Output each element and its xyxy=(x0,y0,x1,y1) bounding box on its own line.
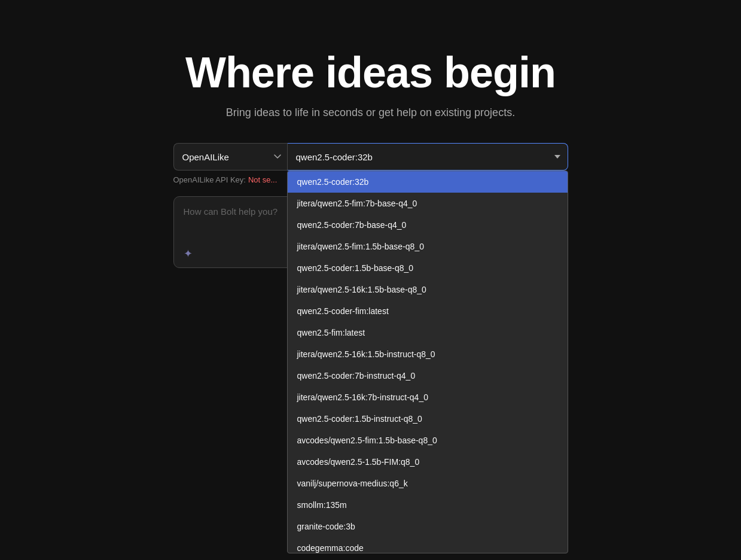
dropdown-item[interactable]: qwen2.5-coder:32b xyxy=(288,171,568,193)
hero-section: Where ideas begin Bring ideas to life in… xyxy=(0,0,741,322)
sparkle-icon[interactable]: ✦ xyxy=(184,247,193,260)
api-key-label: OpenAILike API Key: xyxy=(173,175,246,184)
model-dropdown: qwen2.5-coder:32bjitera/qwen2.5-fim:7b-b… xyxy=(287,171,568,553)
page-title: Where ideas begin xyxy=(185,48,556,97)
dropdown-item[interactable]: avcodes/qwen2.5-fim:1.5b-base-q8_0 xyxy=(288,430,568,451)
dropdown-item[interactable]: qwen2.5-coder:7b-instruct-q4_0 xyxy=(288,365,568,386)
model-select-display[interactable]: qwen2.5-coder:32b xyxy=(287,143,568,171)
api-key-value: Not se... xyxy=(248,175,277,184)
dropdown-item[interactable]: smollm:135m xyxy=(288,494,568,516)
hero-subtitle: Bring ideas to life in seconds or get he… xyxy=(226,106,515,119)
dropdown-item[interactable]: qwen2.5-coder:1.5b-base-q8_0 xyxy=(288,257,568,279)
dropdown-item[interactable]: avcodes/qwen2.5-1.5b-FIM:q8_0 xyxy=(288,451,568,473)
dropdown-item[interactable]: granite-code:3b xyxy=(288,516,568,537)
dropdown-item[interactable]: jitera/qwen2.5-16k:1.5b-base-q8_0 xyxy=(288,279,568,300)
controls-row: OpenAILike OpenAI Anthropic Ollama Gemin… xyxy=(173,143,568,171)
dropdown-item[interactable]: vanilj/supernova-medius:q6_k xyxy=(288,473,568,494)
model-select-wrapper: qwen2.5-coder:32b qwen2.5-coder:32bjiter… xyxy=(287,143,568,171)
dropdown-item[interactable]: qwen2.5-coder:7b-base-q4_0 xyxy=(288,214,568,236)
dropdown-item[interactable]: qwen2.5-fim:latest xyxy=(288,322,568,343)
dropdown-item[interactable]: jitera/qwen2.5-fim:7b-base-q4_0 xyxy=(288,193,568,214)
dropdown-item[interactable]: codegemma:code xyxy=(288,537,568,553)
prompt-placeholder: How can Bolt help you? xyxy=(184,206,278,217)
model-dropdown-list[interactable]: qwen2.5-coder:32bjitera/qwen2.5-fim:7b-b… xyxy=(288,171,568,553)
dropdown-item[interactable]: jitera/qwen2.5-16k:1.5b-instruct-q8_0 xyxy=(288,343,568,365)
dropdown-item[interactable]: jitera/qwen2.5-fim:1.5b-base-q8_0 xyxy=(288,236,568,257)
dropdown-item[interactable]: jitera/qwen2.5-16k:7b-instruct-q4_0 xyxy=(288,386,568,408)
dropdown-item[interactable]: qwen2.5-coder:1.5b-instruct-q8_0 xyxy=(288,408,568,430)
dropdown-item[interactable]: qwen2.5-coder-fim:latest xyxy=(288,300,568,322)
provider-select[interactable]: OpenAILike OpenAI Anthropic Ollama Gemin… xyxy=(173,143,287,171)
